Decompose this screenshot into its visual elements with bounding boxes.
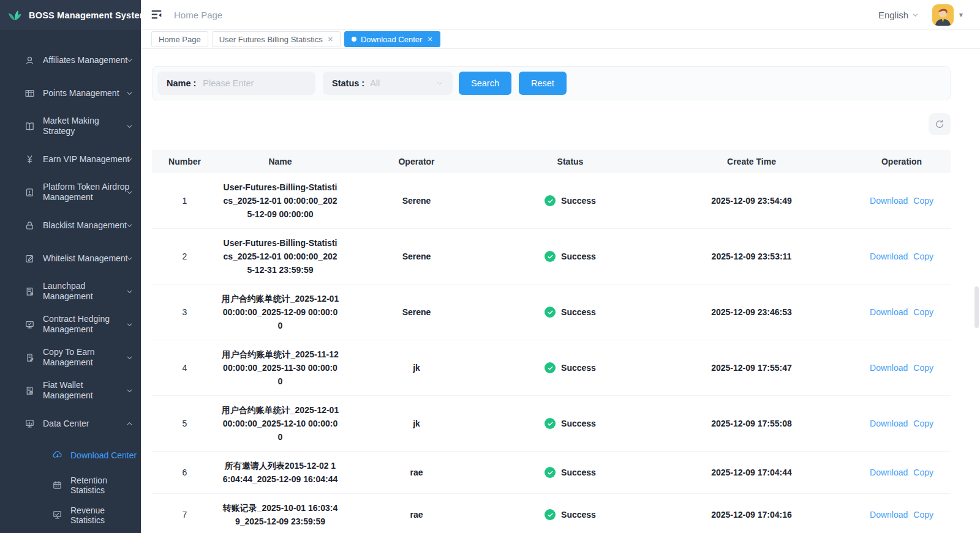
operation-cell: DownloadCopy — [853, 419, 951, 428]
download-link[interactable]: Download — [870, 363, 908, 373]
column-header-operator: Operator — [343, 157, 490, 166]
table-toolbar — [152, 113, 951, 135]
download-link[interactable]: Download — [870, 252, 908, 261]
header-actions: English ▼ — [878, 4, 964, 26]
sidebar-subitem-download-center[interactable]: Download Center — [0, 440, 141, 470]
table-row: 6所有邀请人列表2015-12-02 16:04:44_2025-12-09 1… — [152, 452, 951, 494]
table-row: 7转账记录_2025-10-01 16:03:49_2025-12-09 23:… — [152, 494, 951, 533]
sidebar-nav: Affiliates ManagementPoints ManagementMa… — [0, 30, 141, 530]
status-cell: Success — [490, 467, 650, 478]
operation-cell: DownloadCopy — [853, 307, 951, 317]
success-check-icon — [545, 418, 556, 429]
copy-link[interactable]: Copy — [913, 196, 933, 206]
success-check-icon — [545, 509, 556, 520]
sidebar-item-whitelist-management[interactable]: Whitelist Management — [0, 242, 141, 275]
download-link[interactable]: Download — [870, 468, 908, 477]
sidebar-item-label: Platform Token Airdrop Management — [43, 182, 132, 203]
sidebar-item-label: Points Management — [43, 88, 132, 99]
sidebar-item-market-making-strategy[interactable]: Market Making Strategy — [0, 110, 141, 143]
sidebar-item-points-management[interactable]: Points Management — [0, 76, 141, 110]
sidebar-item-earn-vip-management[interactable]: Earn VIP Management — [0, 143, 141, 176]
avatar-caret-down-icon[interactable]: ▼ — [958, 12, 964, 18]
copy-link[interactable]: Copy — [913, 307, 933, 317]
sidebar-item-affiliates-management[interactable]: Affiliates Management — [0, 43, 141, 76]
table-header-row: NumberNameOperatorStatusCreate TimeOpera… — [152, 150, 951, 173]
sidebar-submenu: Download CenterRetention StatisticsReven… — [0, 440, 141, 530]
copy-link[interactable]: Copy — [913, 363, 933, 373]
status-label: Success — [561, 252, 596, 261]
sidebar-subitem-label: Download Center — [70, 450, 137, 460]
status-filter-select[interactable]: Status : All — [323, 72, 453, 95]
download-link[interactable]: Download — [870, 419, 908, 428]
download-link[interactable]: Download — [870, 196, 908, 206]
sidebar-item-copy-to-earn-management[interactable]: Copy To Earn Management — [0, 341, 141, 374]
copy-link[interactable]: Copy — [913, 510, 933, 520]
tab-label: Download Center — [361, 35, 422, 44]
language-chevron-down-icon — [912, 12, 919, 18]
file-name: User-Futures-Billing-Statistics_2025-12-… — [217, 236, 343, 277]
sidebar-item-data-center[interactable]: Data Center — [0, 407, 141, 440]
copy-link[interactable]: Copy — [913, 419, 933, 428]
sidebar-item-contract-hedging-management[interactable]: Contract Hedging Management — [0, 308, 141, 341]
row-number: 7 — [152, 510, 217, 520]
column-header-number: Number — [152, 157, 217, 166]
create-time: 2025-12-09 23:46:53 — [650, 307, 853, 317]
filter-bar: Name : Status : All Search Reset — [152, 66, 951, 100]
operator-name: Serene — [343, 196, 490, 206]
success-check-icon — [545, 362, 556, 373]
row-number: 3 — [152, 307, 217, 317]
refresh-button[interactable] — [929, 113, 951, 135]
status-cell: Success — [490, 418, 650, 429]
download-link[interactable]: Download — [870, 307, 908, 317]
tab-home-page[interactable]: Home Page — [151, 31, 208, 47]
sidebar-item-platform-token-airdrop-management[interactable]: Platform Token Airdrop Management — [0, 176, 141, 209]
logo-leaf-icon — [7, 9, 23, 21]
retention-icon — [52, 480, 62, 490]
name-filter-input[interactable] — [202, 78, 306, 89]
operator-name: rae — [343, 468, 490, 477]
status-cell: Success — [490, 195, 650, 206]
status-label: Success — [561, 468, 596, 477]
create-time: 2025-12-09 17:55:08 — [650, 419, 853, 428]
sidebar-item-blacklist-management[interactable]: Blacklist Management — [0, 209, 141, 242]
copy-link[interactable]: Copy — [913, 468, 933, 477]
reset-button[interactable]: Reset — [519, 72, 567, 95]
file-name: 所有邀请人列表2015-12-02 16:04:44_2025-12-09 16… — [217, 459, 343, 486]
copy-link[interactable]: Copy — [913, 252, 933, 261]
file-name: 用户合约账单统计_2025-12-01 00:00:00_2025-12-10 … — [217, 403, 343, 444]
tab-user-futures-billing-statistics[interactable]: User Futures Billing Statistics✕ — [212, 31, 341, 47]
status-label: Success — [561, 419, 596, 428]
sidebar-subitem-revenue-statistics[interactable]: Revenue Statistics — [0, 500, 141, 530]
sidebar-collapse-icon[interactable] — [151, 10, 162, 20]
sidebar-item-fiat-wallet-management[interactable]: Fiat Wallet Management — [0, 374, 141, 407]
contract-hedging-icon — [24, 319, 35, 330]
sidebar-subitem-retention-statistics[interactable]: Retention Statistics — [0, 470, 141, 500]
tab-close-icon[interactable]: ✕ — [427, 35, 432, 43]
chevron-down-icon — [126, 57, 133, 64]
name-filter-field[interactable]: Name : — [157, 72, 315, 95]
user-avatar[interactable] — [932, 4, 954, 26]
launchpad-icon — [24, 286, 35, 297]
success-check-icon — [545, 251, 556, 262]
column-header-status: Status — [490, 157, 650, 166]
app-title: BOSS Management System — [29, 10, 141, 20]
search-button[interactable]: Search — [459, 72, 511, 95]
vertical-scrollbar-thumb[interactable] — [974, 286, 979, 328]
download-link[interactable]: Download — [870, 510, 908, 520]
chevron-down-icon — [126, 288, 133, 295]
table-row: 5用户合约账单统计_2025-12-01 00:00:00_2025-12-10… — [152, 396, 951, 452]
affiliates-icon — [24, 55, 35, 65]
table-body: 1User-Futures-Billing-Statistics_2025-12… — [152, 173, 951, 533]
status-cell: Success — [490, 362, 650, 373]
breadcrumb: Home Page — [174, 10, 222, 20]
row-number: 6 — [152, 468, 217, 477]
tab-close-icon[interactable]: ✕ — [328, 35, 333, 43]
sidebar-item-label: Whitelist Management — [43, 253, 132, 264]
download-table: NumberNameOperatorStatusCreate TimeOpera… — [152, 150, 951, 533]
language-selector[interactable]: English — [878, 10, 919, 20]
active-tab-dot — [352, 37, 356, 42]
table-row: 2User-Futures-Billing-Statistics_2025-12… — [152, 229, 951, 285]
sidebar: BOSS Management System Affiliates Manage… — [0, 0, 141, 533]
tab-download-center[interactable]: Download Center✕ — [344, 31, 440, 47]
sidebar-item-launchpad-management[interactable]: Launchpad Management — [0, 275, 141, 308]
